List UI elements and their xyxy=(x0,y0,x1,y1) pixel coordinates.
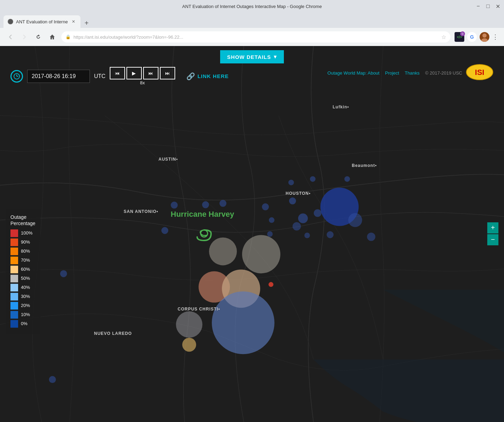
legend-item-80: 80% xyxy=(10,247,36,255)
legend-item-20: 20% xyxy=(10,302,36,309)
tab-bar: ANT Evaluation of Interne ✕ + xyxy=(0,13,504,28)
extension-badge: 0 xyxy=(460,31,465,36)
city-label-beaumont: Beaumont• xyxy=(352,163,377,168)
playback-speed: 8x xyxy=(140,80,145,85)
fast-forward-button[interactable]: ⏭ xyxy=(143,67,158,79)
more-options-button[interactable]: ⋮ xyxy=(492,33,498,41)
lock-icon: 🔒 xyxy=(65,34,71,39)
hurricane-icon xyxy=(194,223,215,248)
legend-label-20: 20% xyxy=(21,303,30,308)
thanks-link[interactable]: Thanks xyxy=(405,70,420,76)
home-button[interactable] xyxy=(47,32,57,42)
legend-color-20 xyxy=(10,302,18,309)
bookmark-star-icon[interactable]: ☆ xyxy=(441,34,446,40)
legend-label-60: 60% xyxy=(21,267,30,272)
url-text: https://ant.isi.edu/outage/world/?zoom=7… xyxy=(73,34,183,40)
legend-item-60: 60% xyxy=(10,266,36,273)
outage-legend: OutagePercentage 100% 90% 80% 70% 60% 50… xyxy=(6,209,40,334)
legend-color-0 xyxy=(10,320,18,328)
tab-label: ANT Evaluation of Interne xyxy=(16,19,68,24)
legend-color-40 xyxy=(10,284,18,291)
datetime-input[interactable]: 2017-08-26 16:19 xyxy=(27,70,90,83)
forward-button[interactable] xyxy=(20,32,29,42)
show-details-chevron-icon: ▾ xyxy=(274,54,277,60)
legend-label-50: 50% xyxy=(21,276,30,281)
legend-color-10 xyxy=(10,311,18,319)
legend-color-60 xyxy=(10,266,18,273)
legend-item-0: 0% xyxy=(10,320,36,328)
grammarly-extension-button[interactable]: G xyxy=(467,32,477,42)
hurricane-label: Hurricane Harvey xyxy=(171,210,234,219)
map-background xyxy=(0,46,504,422)
new-tab-button[interactable]: + xyxy=(82,18,92,28)
tab-favicon xyxy=(8,19,13,24)
window-title: ANT Evaluation of Internet Outages Inter… xyxy=(182,4,322,9)
playback-buttons: ⏮ ▶ ⏭ ⏭ xyxy=(110,67,175,79)
profile-avatar[interactable] xyxy=(480,32,489,42)
show-details-label: SHOW DETAILS xyxy=(227,54,271,60)
svg-point-2 xyxy=(482,33,487,38)
reload-button[interactable] xyxy=(33,32,43,42)
city-label-corpus-christi: CORPUS CHRISTI• xyxy=(178,307,220,312)
datetime-controls: 2017-08-26 16:19 UTC ⏮ ▶ ⏭ ⏭ 8x 🔗 LINK H… xyxy=(10,67,229,85)
legend-title: OutagePercentage xyxy=(10,214,36,227)
link-icon: 🔗 xyxy=(186,72,195,80)
isi-logo: ISI xyxy=(466,63,494,81)
svg-point-3 xyxy=(481,38,488,42)
show-details-button[interactable]: SHOW DETAILS ▾ xyxy=(220,50,284,63)
url-domain: https://ant.isi.edu xyxy=(73,34,108,40)
chrome-titlebar: ANT Evaluation of Internet Outages Inter… xyxy=(0,0,504,13)
city-label-san-antonio: SAN ANTONIO• xyxy=(124,209,158,214)
close-button[interactable]: ✕ xyxy=(496,4,500,8)
url-path: /outage/world/?zoom=7&lon=-96.22... xyxy=(108,34,183,40)
playback-controls: ⏮ ▶ ⏭ ⏭ 8x xyxy=(110,67,175,85)
active-tab[interactable]: ANT Evaluation of Interne ✕ xyxy=(3,15,80,28)
legend-item-90: 90% xyxy=(10,238,36,246)
map-wrapper: SHOW DETAILS ▾ 2017-08-26 16:19 UTC ⏮ ▶ … xyxy=(0,46,504,422)
address-bar: 🔒 https://ant.isi.edu/outage/world/?zoom… xyxy=(0,28,504,46)
city-label-austin: AUSTIN• xyxy=(158,157,178,162)
legend-item-50: 50% xyxy=(10,275,36,282)
legend-label-0: 0% xyxy=(21,321,28,327)
legend-label-40: 40% xyxy=(21,285,30,290)
legend-color-100 xyxy=(10,229,18,237)
extension-code-button[interactable]: </> 0 xyxy=(455,32,464,42)
legend-label-90: 90% xyxy=(21,240,30,245)
skip-end-button[interactable]: ⏭ xyxy=(160,67,175,79)
project-link[interactable]: Project xyxy=(385,70,399,76)
url-bar[interactable]: 🔒 https://ant.isi.edu/outage/world/?zoom… xyxy=(61,31,450,43)
legend-color-70 xyxy=(10,256,18,264)
legend-item-100: 100% xyxy=(10,229,36,237)
legend-label-10: 10% xyxy=(21,312,30,317)
about-link[interactable]: Outage World Map: About xyxy=(327,70,379,76)
legend-label-80: 80% xyxy=(21,249,30,254)
legend-label-70: 70% xyxy=(21,258,30,263)
link-here-label: LINK HERE xyxy=(197,73,229,79)
skip-back-button[interactable]: ⏮ xyxy=(110,67,125,79)
tab-close-button[interactable]: ✕ xyxy=(71,19,76,24)
zoom-in-button[interactable]: + xyxy=(487,222,498,233)
legend-color-50 xyxy=(10,275,18,282)
legend-color-30 xyxy=(10,293,18,300)
legend-label-100: 100% xyxy=(21,231,32,236)
window-controls: − □ ✕ xyxy=(476,4,500,8)
minimize-button[interactable]: − xyxy=(476,4,480,8)
city-label-nuevo-laredo: NUEVO LAREDO xyxy=(94,331,132,336)
map-info-links: Outage World Map: About Project Thanks ©… xyxy=(327,70,462,76)
legend-label-30: 30% xyxy=(21,294,30,299)
utc-label: UTC xyxy=(94,73,106,79)
link-here-button[interactable]: 🔗 LINK HERE xyxy=(186,72,229,80)
zoom-out-button[interactable]: − xyxy=(487,234,498,245)
play-button[interactable]: ▶ xyxy=(126,67,142,79)
copyright-text: © 2017-2019 USC xyxy=(425,70,462,76)
map-toolbar: SHOW DETAILS ▾ xyxy=(0,46,504,63)
back-button[interactable] xyxy=(6,32,15,42)
legend-item-30: 30% xyxy=(10,293,36,300)
legend-color-90 xyxy=(10,238,18,246)
clock-icon xyxy=(10,70,23,83)
zoom-controls: + − xyxy=(487,222,498,246)
legend-color-80 xyxy=(10,247,18,255)
svg-marker-1 xyxy=(50,34,55,39)
maximize-button[interactable]: □ xyxy=(486,4,490,8)
legend-item-10: 10% xyxy=(10,311,36,319)
